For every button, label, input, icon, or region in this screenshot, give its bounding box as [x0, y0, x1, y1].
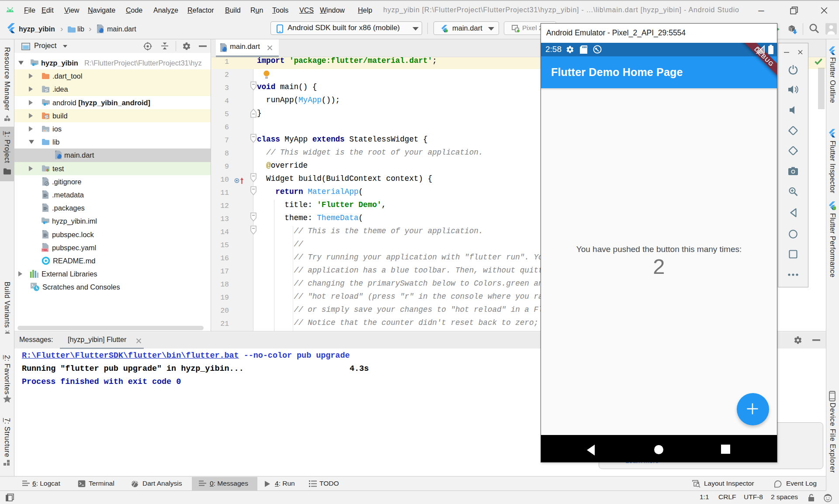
svg-text:YML: YML	[42, 249, 48, 252]
